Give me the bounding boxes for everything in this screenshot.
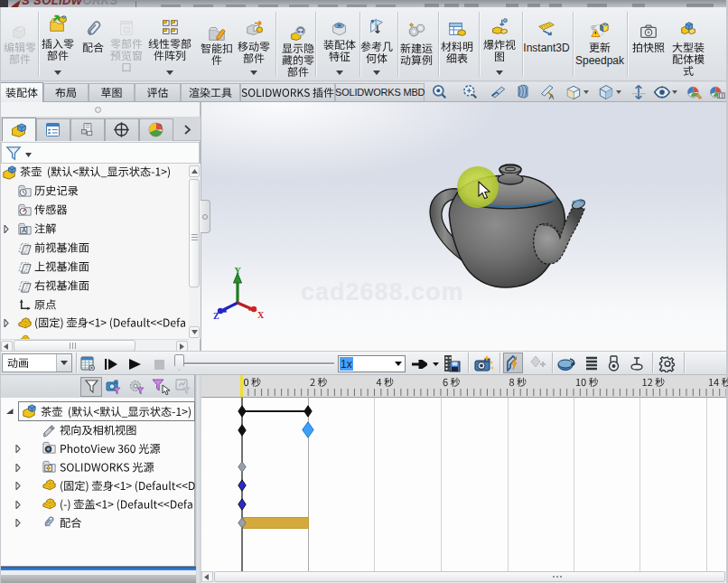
- svg-text:A: A: [549, 92, 555, 101]
- svg-text:A: A: [22, 227, 26, 234]
- svg-text:Z: Z: [213, 311, 219, 320]
- svg-text:Y: Y: [235, 266, 242, 276]
- svg-text:X: X: [257, 310, 265, 320]
